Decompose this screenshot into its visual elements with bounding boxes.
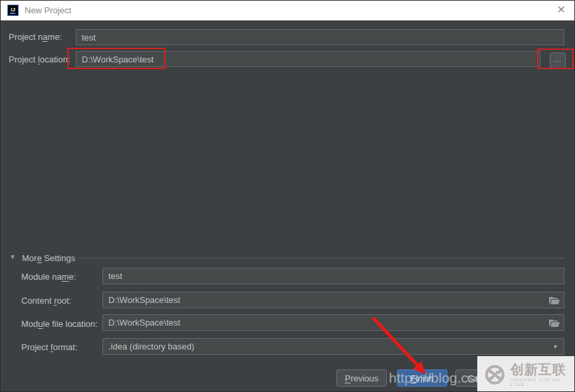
project-location-label: Project location: (9, 54, 70, 64)
module-file-location-value: D:\WorkSpace\test (108, 318, 180, 328)
project-name-input[interactable]: test (76, 29, 564, 45)
project-format-label: Project format: (21, 342, 78, 352)
annotation-highlight-browse (537, 49, 574, 69)
module-name-label: Module name: (21, 272, 76, 282)
intellij-logo-icon: IJ (7, 5, 19, 16)
content-root-input[interactable]: D:\WorkSpace\test (102, 292, 564, 308)
window-title: New Project (25, 5, 71, 15)
section-separator (78, 258, 564, 258)
module-name-value: test (108, 271, 122, 281)
folder-icon[interactable] (549, 318, 560, 327)
collapse-triangle-icon[interactable]: ▼ (9, 253, 16, 260)
chevron-down-icon: ▼ (552, 343, 558, 350)
project-format-select[interactable]: .idea (directory based) ▼ (102, 338, 564, 355)
project-name-label: Project name: (9, 32, 62, 42)
chuangxin-watermark: 创新互联 CHUANG XIN HU LIAN (477, 356, 575, 392)
module-file-location-input[interactable]: D:\WorkSpace\test (102, 314, 564, 331)
close-icon[interactable]: ✕ (557, 3, 566, 17)
chuangxin-logo-icon (484, 363, 506, 386)
title-bar: IJ New Project ✕ (1, 1, 574, 21)
watermark-logo-title: 创新互联 (511, 362, 575, 377)
content-root-label: Content root: (21, 296, 71, 306)
annotation-arrow (368, 312, 434, 381)
more-settings-header[interactable]: More Settings (22, 253, 75, 263)
module-file-location-label: Module file location: (21, 319, 98, 329)
new-project-dialog: IJ New Project ✕ Project name: test Proj… (0, 0, 575, 392)
annotation-highlight-location (67, 48, 166, 69)
folder-icon[interactable] (549, 296, 560, 304)
project-format-value: .idea (directory based) (108, 342, 194, 351)
watermark-logo-subtitle: CHUANG XIN HU LIAN (511, 377, 575, 387)
intellij-logo-text: IJ (11, 7, 15, 13)
content-root-value: D:\WorkSpace\test (108, 295, 180, 305)
project-name-value: test (82, 33, 96, 43)
module-name-input[interactable]: test (102, 268, 564, 284)
